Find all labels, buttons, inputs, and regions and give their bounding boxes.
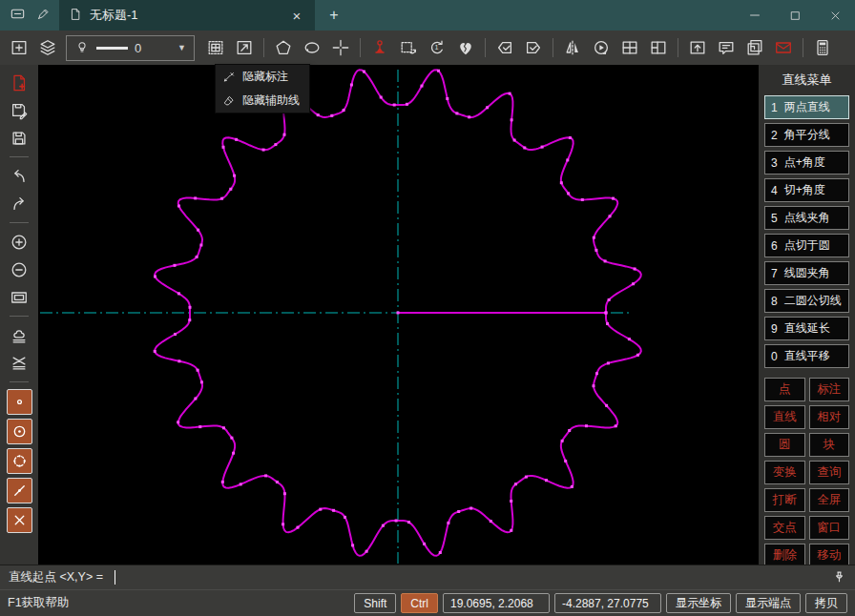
drawing-canvas[interactable]: [38, 65, 759, 565]
menu-item-line-circle-angle[interactable]: 7线圆夹角: [764, 261, 849, 285]
menu-item-point-tangent-circle[interactable]: 6点切于圆: [764, 234, 849, 257]
text-cursor: [115, 570, 115, 585]
mirror-button[interactable]: [558, 33, 587, 62]
add-window-button[interactable]: [5, 33, 33, 62]
layers-button[interactable]: [33, 33, 62, 62]
undo-icon: [10, 167, 29, 186]
line-style-combo[interactable]: 0 ▼: [66, 35, 195, 61]
command-bar[interactable]: 直线起点 <X,Y> =: [0, 565, 855, 589]
grid-button-transform[interactable]: 变换: [764, 461, 805, 484]
heart-button[interactable]: [451, 33, 480, 62]
tag-check-right-button[interactable]: [519, 33, 548, 62]
grid-button-window[interactable]: 窗口: [809, 516, 850, 540]
pen-icon[interactable]: [36, 7, 51, 25]
menu-item-two-point-line[interactable]: 1两点直线: [764, 95, 849, 119]
grid-button-intersection[interactable]: 交点: [764, 516, 805, 540]
menu-item-line-extend[interactable]: 9直线延长: [764, 317, 849, 340]
menu-item-point-angle[interactable]: 3点+角度: [764, 151, 849, 175]
tag-check-left-button[interactable]: [490, 33, 519, 62]
grid-button-point[interactable]: 点: [764, 378, 805, 401]
trim-button[interactable]: [5, 349, 33, 377]
menu-item-angle-bisector[interactable]: 2角平分线: [764, 123, 849, 147]
grid-button-dimension[interactable]: 标注: [809, 378, 850, 401]
toolbar: 0 ▼ 1: [0, 31, 855, 65]
save-as-button[interactable]: [5, 96, 33, 124]
fit-view-button[interactable]: [5, 283, 33, 311]
toolbar-divider: [553, 38, 553, 57]
grid-offset-button[interactable]: [644, 33, 673, 62]
stamp-button[interactable]: [5, 321, 33, 349]
crosshair-button[interactable]: [326, 33, 355, 62]
ctrl-button[interactable]: Ctrl: [401, 593, 438, 613]
shift-button[interactable]: Shift: [354, 593, 396, 613]
save-button[interactable]: [5, 124, 33, 152]
mail-button[interactable]: [769, 33, 798, 62]
menu-item-line-offset[interactable]: 0直线平移: [764, 344, 849, 368]
copy-button[interactable]: 拷贝: [805, 593, 847, 613]
heart-icon: [456, 38, 475, 57]
menu-item-point-line-angle[interactable]: 5点线夹角: [764, 206, 849, 230]
tab-close-icon[interactable]: ×: [288, 8, 305, 24]
select-edit-button[interactable]: [394, 33, 423, 62]
show-coordinates-button[interactable]: 显示坐标: [666, 593, 731, 613]
snap-intersection-button[interactable]: [7, 507, 32, 533]
snap-tangent-button[interactable]: [7, 478, 32, 503]
tab-untitled-1[interactable]: 无标题-1 ×: [59, 0, 315, 31]
snap-quadrant-icon: [11, 453, 28, 469]
grid-button-query[interactable]: 查询: [809, 461, 850, 484]
grid-button-relative[interactable]: 相对: [809, 405, 850, 429]
pin-icon[interactable]: [832, 570, 846, 585]
snap-center-button[interactable]: [7, 419, 32, 444]
zoom-out-button[interactable]: [5, 256, 33, 283]
hide-dimension-icon: [222, 71, 236, 84]
save-as-icon: [10, 101, 29, 120]
menu-item-two-circle-tangent[interactable]: 8二圆公切线: [764, 289, 849, 313]
redo-button[interactable]: [5, 190, 33, 217]
rotate-circle-button[interactable]: [587, 33, 615, 62]
zoom-in-button[interactable]: [5, 228, 33, 256]
zoom-out-icon: [10, 260, 29, 279]
calculator-icon: [813, 38, 832, 57]
left-sidebar: [0, 65, 38, 565]
grid-dashed-icon: [206, 38, 225, 57]
copy-disks-button[interactable]: [740, 33, 769, 62]
comment-button[interactable]: [712, 33, 740, 62]
close-button[interactable]: [815, 0, 855, 31]
new-tab-button[interactable]: +: [315, 0, 353, 31]
grid-button-fullscreen[interactable]: 全屏: [809, 488, 850, 512]
new-file-button[interactable]: [5, 69, 33, 96]
context-menu: 隐藏标注 隐藏辅助线: [215, 64, 310, 113]
titlebar-left-box: [0, 0, 59, 31]
status-bar: F1获取帮助 Shift Ctrl 19.0695, 2.2068 -4.288…: [0, 589, 855, 616]
menu-item-tangent-angle[interactable]: 4切+角度: [764, 178, 849, 202]
minimize-button[interactable]: [735, 0, 775, 31]
maximize-button[interactable]: [775, 0, 815, 31]
snap-point-icon: [11, 394, 28, 410]
panel-up-button[interactable]: [683, 33, 712, 62]
dimension-pin-button[interactable]: [365, 33, 394, 62]
mail-icon: [774, 38, 793, 57]
grid-button-block[interactable]: 块: [809, 433, 850, 457]
grid-button-break[interactable]: 打断: [764, 488, 805, 512]
grid-2x2-button[interactable]: [615, 33, 644, 62]
polygon-button[interactable]: [269, 33, 298, 62]
layers-icon: [38, 38, 57, 57]
toolbar-divider: [803, 38, 803, 57]
app-menu-icon[interactable]: [10, 6, 26, 26]
snap-quadrant-button[interactable]: [7, 448, 32, 474]
menu-item-hide-dimensions[interactable]: 隐藏标注: [216, 65, 309, 89]
calculator-button[interactable]: [808, 33, 837, 62]
undo-button[interactable]: [5, 162, 33, 190]
cursor-coordinates: 19.0695, 2.2068: [443, 593, 550, 613]
snap-point-button[interactable]: [7, 389, 32, 415]
rotate-once-button[interactable]: 1: [423, 33, 451, 62]
grid-dashed-button[interactable]: [201, 33, 230, 62]
comment-icon: [717, 38, 736, 57]
menu-item-hide-guides[interactable]: 隐藏辅助线: [216, 89, 309, 113]
hide-menu-button[interactable]: [230, 33, 259, 62]
show-endpoints-button[interactable]: 显示端点: [736, 593, 801, 613]
panel-grid: 点 标注 直线 相对 圆 块 变换 查询 打断 全屏 交点 窗口 删除 移动: [764, 378, 849, 567]
ellipse-button[interactable]: [298, 33, 326, 62]
grid-button-circle[interactable]: 圆: [764, 433, 805, 457]
grid-button-line[interactable]: 直线: [764, 405, 805, 429]
